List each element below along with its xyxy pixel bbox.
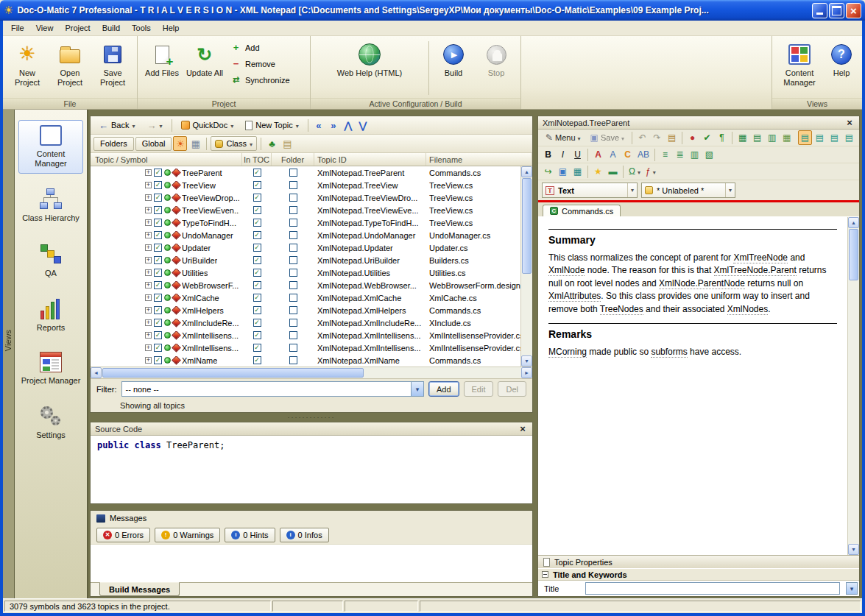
topic-row[interactable]: +✓UriBuilder✓XmlNotepad.UriBuilderBuilde… [91,254,520,266]
add-button[interactable]: Add [227,40,306,54]
close-editor-button[interactable] [844,118,855,128]
insert-table-icon[interactable]: ▦ [735,130,749,145]
save-project-button[interactable]: Save Project [91,38,134,98]
close-button[interactable] [846,3,861,18]
topic-checkbox[interactable]: ✓ [154,281,162,289]
numbered-list-icon[interactable]: ≣ [673,147,687,162]
bold-icon[interactable]: B [541,147,555,162]
cell-style-icon[interactable]: ▧ [702,147,716,162]
help-button[interactable]: Help [824,38,859,98]
in-toc-checkbox[interactable]: ✓ [253,169,261,177]
details-view-button[interactable] [280,136,294,151]
doc-link[interactable]: XmlNode [548,265,585,276]
view-mode-1-icon[interactable]: ▤ [798,130,812,145]
paragraph-style-combo[interactable]: Text [542,183,638,198]
in-toc-checkbox[interactable]: ✓ [253,181,261,189]
menu-help[interactable]: Help [157,22,186,34]
synchronize-button[interactable]: Synchronize [227,73,306,87]
sidebar-item-settings[interactable]: Settings [18,400,83,445]
topic-row[interactable]: +✓TreeParent✓XmlNotepad.TreeParentComman… [91,166,520,179]
title-keywords-section[interactable]: Title and Keywords [538,568,859,581]
scroll-thumb[interactable] [849,229,858,280]
folder-checkbox[interactable] [289,206,297,214]
spell-check-icon[interactable]: ✔ [700,130,714,145]
favorites-filter-button[interactable] [265,136,279,151]
scroll-left-button[interactable] [91,367,102,378]
topic-checkbox[interactable]: ✓ [154,344,162,352]
vertical-scrollbar[interactable] [520,166,532,367]
quickdoc-button[interactable]: QuickDoc [176,118,239,132]
in-toc-checkbox[interactable]: ✓ [253,256,261,264]
scroll-up-button[interactable] [848,217,859,228]
topic-checkbox[interactable]: ✓ [154,206,162,214]
view-mode-4-icon[interactable]: ▤ [842,130,856,145]
sidebar-item-qa[interactable]: QA [18,238,83,283]
favorites-icon[interactable]: ★ [591,164,605,179]
categories-button[interactable] [188,136,202,151]
column-header-folder[interactable]: Folder [272,153,314,166]
in-toc-checkbox[interactable]: ✓ [253,244,261,252]
doc-link[interactable]: XmlNodes [727,304,768,315]
folder-checkbox[interactable] [289,181,297,189]
info-counter-button[interactable]: i0 Infos [280,528,329,542]
topic-row[interactable]: +✓TreeViewDrop...✓XmlNotepad.TreeViewDro… [91,191,520,204]
folder-checkbox[interactable] [289,306,297,314]
hint-counter-button[interactable]: i0 Hints [225,528,275,542]
title-bar[interactable]: ☀ Doc-O-Matic 7 Professional - T R I A L… [0,0,865,21]
expand-icon[interactable]: + [145,169,152,176]
expand-icon[interactable]: + [145,294,152,301]
expand-icon[interactable]: + [145,282,152,288]
in-toc-checkbox[interactable]: ✓ [253,231,261,239]
topic-checkbox[interactable]: ✓ [154,294,162,302]
add-files-button[interactable]: Add Files [141,38,183,98]
menu-project[interactable]: Project [59,22,96,34]
stop-button[interactable]: Stop [475,38,518,98]
combo-arrow-icon[interactable] [411,382,423,396]
expand-icon[interactable]: + [145,319,152,326]
scroll-down-button[interactable] [848,544,859,555]
doc-link[interactable]: XmlAttributes [548,291,601,302]
view-mode-2-icon[interactable]: ▤ [813,130,827,145]
filter-add-button[interactable]: Add [428,381,459,397]
expand-icon[interactable]: + [145,244,152,251]
topic-properties-bar[interactable]: Topic Properties [538,555,859,568]
doc-link[interactable]: XmlNode.ParentNode [659,278,745,289]
hot-topics-button[interactable] [173,136,187,151]
scroll-right-button[interactable] [521,367,532,378]
topic-row[interactable]: +✓XmlIntellisens...✓XmlNotepad.XmlIntell… [91,341,520,354]
horizontal-rule-icon[interactable]: ▬ [606,164,620,179]
collapse-icon[interactable] [542,571,548,578]
topic-checkbox[interactable]: ✓ [154,231,162,239]
in-toc-checkbox[interactable]: ✓ [253,269,261,277]
prev-topic-button[interactable] [312,118,325,132]
topic-row[interactable]: +✓XmlCache✓XmlNotepad.XmlCacheXmlCache.c… [91,291,520,304]
scroll-track[interactable] [521,177,532,355]
filter-del-button[interactable]: Del [498,381,526,397]
update-all-button[interactable]: Update All [183,38,226,98]
scroll-thumb[interactable] [102,368,364,378]
font-color-icon[interactable]: A [591,147,605,162]
insert-row-icon[interactable]: ▤ [750,130,764,145]
in-toc-checkbox[interactable]: ✓ [253,219,261,227]
global-toggle[interactable]: Global [135,137,172,151]
insert-image-icon[interactable]: ▣ [556,164,570,179]
paragraph-marks-icon[interactable]: ¶ [715,130,729,145]
open-project-button[interactable]: Open Project [49,38,91,98]
minimize-button[interactable] [812,3,827,18]
web-help-button[interactable]: Web Help (HTML) [314,38,426,98]
column-header-in-toc[interactable]: In TOC [242,153,272,166]
source-code-view[interactable]: public class TreeParent; [91,436,532,503]
column-header-filename[interactable]: Filename [426,153,532,166]
tab-build-messages[interactable]: Build Messages [99,582,180,596]
topic-content[interactable]: Summary This class normalizes the concep… [538,217,847,555]
in-toc-checkbox[interactable]: ✓ [253,194,261,202]
next-symbol-button[interactable] [356,118,370,132]
expand-icon[interactable]: + [145,194,152,201]
error-counter-button[interactable]: ✕0 Errors [96,528,150,542]
menu-view[interactable]: View [30,22,60,34]
topic-row[interactable]: +✓XmlHelpers✓XmlNotepad.XmlHelpersComman… [91,304,520,316]
sidebar-item-reports[interactable]: Reports [18,292,83,338]
paste-icon[interactable]: ▤ [665,130,679,145]
insert-symbol-button[interactable]: Ω [626,164,643,179]
sidebar-item-project-manager[interactable]: Project Manager [18,347,83,391]
